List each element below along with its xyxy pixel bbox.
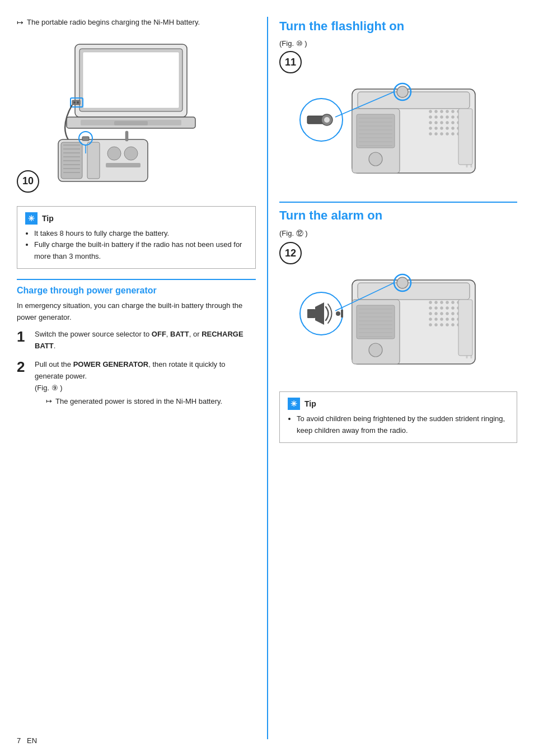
svg-point-47: [452, 122, 455, 124]
svg-rect-11: [61, 142, 82, 179]
svg-point-118: [452, 324, 455, 326]
svg-point-31: [441, 110, 443, 113]
svg-rect-23: [106, 163, 140, 167]
svg-point-90: [452, 301, 455, 304]
svg-rect-20: [87, 142, 100, 179]
svg-rect-7: [73, 101, 76, 104]
svg-point-96: [446, 307, 449, 310]
svg-point-111: [452, 318, 455, 321]
svg-point-108: [435, 318, 438, 321]
svg-rect-125: [357, 305, 395, 339]
figure-11-diagram: [279, 78, 517, 192]
step-1-content: Switch the power source selector to OFF,…: [35, 329, 256, 352]
tip-list-left: It takes 8 hours to fully charge the bat…: [25, 228, 247, 263]
svg-point-51: [435, 127, 438, 130]
svg-point-102: [441, 312, 443, 315]
alarm-divider: [279, 202, 517, 203]
flashlight-title: Turn the flashlight on: [279, 19, 517, 34]
svg-point-97: [452, 307, 455, 310]
svg-point-135: [397, 277, 408, 288]
intro-bullet: The portable radio begins charging the N…: [17, 17, 256, 29]
tip-list-right: To avoid children being frightened by th…: [288, 413, 509, 437]
charge-body: In emergency situation, you can charge t…: [17, 300, 256, 324]
svg-point-39: [446, 116, 449, 119]
svg-point-77: [369, 152, 382, 166]
svg-rect-141: [341, 310, 343, 318]
tip-header-left: ✳ Tip: [25, 212, 247, 225]
fig12-number: 12: [279, 242, 302, 264]
svg-point-134: [369, 343, 382, 357]
svg-point-30: [435, 110, 438, 113]
svg-point-54: [452, 127, 455, 130]
svg-point-101: [435, 312, 438, 315]
svg-point-53: [446, 127, 449, 130]
svg-point-59: [441, 133, 443, 136]
alarm-fig-label: (Fig. ⑫ ): [279, 228, 517, 239]
svg-rect-138: [307, 309, 315, 318]
step1-recharge: RECHARGE BATT: [35, 330, 243, 350]
flashlight-svg: [279, 78, 492, 190]
tip-item-1: It takes 8 hours to fully charge the bat…: [34, 228, 247, 240]
svg-point-22: [124, 147, 138, 160]
step-1: 1 Switch the power source selector to OF…: [17, 329, 256, 352]
svg-point-83: [324, 117, 330, 123]
left-column: The portable radio begins charging the N…: [17, 17, 267, 739]
charge-divider: [17, 279, 256, 280]
svg-point-33: [452, 110, 455, 113]
svg-point-114: [429, 324, 432, 326]
svg-point-89: [446, 301, 449, 304]
tip-item-2: Fully charge the built-in battery if the…: [34, 239, 247, 263]
svg-point-29: [429, 110, 432, 113]
svg-point-88: [441, 301, 443, 304]
svg-point-32: [446, 110, 449, 113]
svg-point-52: [441, 127, 443, 130]
svg-point-94: [435, 307, 438, 310]
svg-point-60: [446, 133, 449, 136]
alarm-title: Turn the alarm on: [279, 208, 517, 223]
svg-point-61: [452, 133, 455, 136]
tip-box-left: ✳ Tip It takes 8 hours to fully charge t…: [17, 206, 256, 269]
svg-point-100: [429, 312, 432, 315]
fig10-number: 10: [17, 170, 39, 193]
flashlight-fig-label: (Fig. ⑩ ): [279, 39, 517, 48]
right-column: Turn the flashlight on (Fig. ⑩ ) 11: [267, 17, 517, 739]
svg-marker-139: [315, 302, 324, 325]
svg-point-93: [429, 307, 432, 310]
svg-point-95: [441, 307, 443, 310]
svg-rect-24: [125, 131, 128, 141]
svg-point-44: [435, 122, 438, 124]
svg-point-40: [452, 116, 455, 119]
step1-off: OFF: [152, 330, 166, 338]
svg-point-36: [429, 116, 432, 119]
step-2-content: Pull out the POWER GENERATOR, then rotat…: [35, 359, 256, 407]
tip-box-right: ✳ Tip To avoid children being frightened…: [279, 391, 517, 443]
svg-point-86: [429, 301, 432, 304]
step1-batt: BATT: [170, 330, 189, 338]
svg-point-50: [429, 127, 432, 130]
alarm-svg: [279, 269, 492, 381]
fig11-number: 11: [279, 51, 302, 73]
svg-rect-25: [82, 137, 89, 141]
figure-10-diagram: 10: [17, 33, 256, 197]
svg-point-107: [429, 318, 432, 321]
svg-rect-85: [358, 283, 470, 300]
tip-icon-left: ✳: [25, 212, 38, 225]
svg-point-78: [397, 86, 408, 97]
page-footer: 7 EN: [17, 736, 37, 745]
tip-header-right: ✳ Tip: [288, 398, 509, 410]
svg-point-38: [441, 116, 443, 119]
svg-point-110: [446, 318, 449, 321]
svg-rect-5: [114, 121, 148, 125]
svg-point-45: [441, 122, 443, 124]
svg-point-115: [435, 324, 438, 326]
svg-point-117: [446, 324, 449, 326]
svg-point-46: [446, 122, 449, 124]
figure-12-diagram: [279, 269, 517, 382]
svg-point-21: [107, 147, 121, 160]
svg-point-109: [441, 318, 443, 321]
step2-power-gen: POWER GENERATOR: [73, 360, 149, 368]
charge-section-title: Charge through power generator: [17, 286, 256, 296]
step-2: 2 Pull out the POWER GENERATOR, then rot…: [17, 359, 256, 407]
svg-point-58: [435, 133, 438, 136]
svg-point-43: [429, 122, 432, 124]
